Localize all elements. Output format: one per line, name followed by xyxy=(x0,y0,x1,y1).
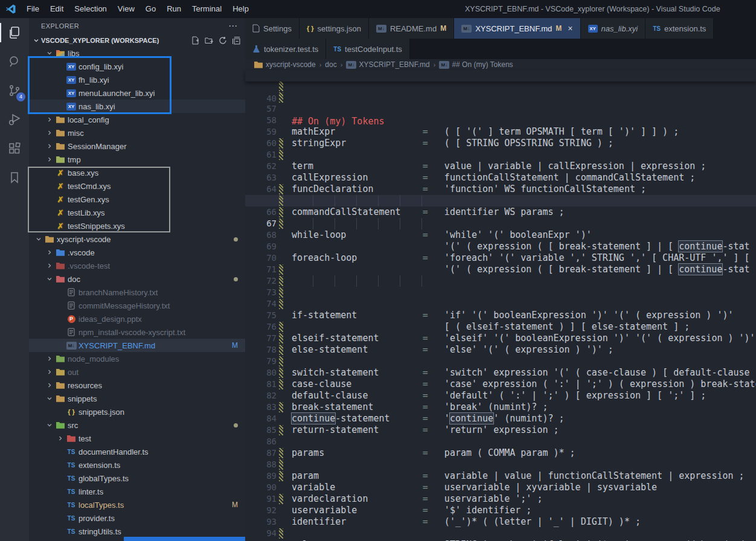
activitybar-source-control[interactable]: 4 xyxy=(0,76,29,105)
code-line-88[interactable]: 88 variable = uservariable | xyvariable … xyxy=(245,436,756,447)
tree-item-testSnippets.xys[interactable]: ✗ testSnippets.xys xyxy=(29,219,245,232)
code-line-58[interactable]: 58 stringExpr = ( [ STRING OPSSTRING STR… xyxy=(245,92,756,103)
tree-item-globalTypes.ts[interactable]: TS globalTypes.ts xyxy=(29,472,245,485)
tree-item-.vscode-test[interactable]: .vscode-test xyxy=(29,259,245,272)
menu-view[interactable]: View xyxy=(112,0,140,18)
tree-item-extension.ts[interactable]: TS extension.ts xyxy=(29,458,245,472)
tab-XYSCRIPT_EBNF.md[interactable]: M↓XYSCRIPT_EBNF.md M × xyxy=(454,18,580,39)
collapse-folders-icon[interactable] xyxy=(232,36,240,45)
menu-selection[interactable]: Selection xyxy=(69,0,112,18)
refresh-explorer-icon[interactable] xyxy=(219,36,227,45)
code-line-61[interactable]: 61 callExpression = functionCallStatemen… xyxy=(245,126,756,138)
tree-item-tmp[interactable]: tmp xyxy=(29,153,245,166)
tree-item-snippets[interactable]: snippets xyxy=(29,392,245,405)
breadcrumb-item[interactable]: doc xyxy=(325,60,336,69)
tree-item-libs[interactable]: libs xyxy=(29,46,245,60)
code-line-70[interactable]: 70 xyxy=(245,229,756,241)
tree-item-config_lib.xyi[interactable]: XY config_lib.xyi xyxy=(29,60,245,73)
code-line-63[interactable]: 63 functionCallStatement = identifier '(… xyxy=(245,149,756,161)
tab-settings.json[interactable]: { }settings.json xyxy=(300,18,369,39)
sticky-scroll-line[interactable]: 40 ## On (my) Tokens xyxy=(245,70,756,82)
tree-item-fh_lib.xyi[interactable]: XY fh_lib.xyi xyxy=(29,73,245,86)
code-line-66[interactable]: 66 while-loop = 'while' '(' booleanExpr … xyxy=(245,184,756,195)
code-line-75[interactable]: 75 elseif-statement = 'elseif' '(' boole… xyxy=(245,287,756,298)
menu-go[interactable]: Go xyxy=(140,0,161,18)
tree-item-testCmd.xys[interactable]: ✗ testCmd.xys xyxy=(29,179,245,193)
tree-item-XYSCRIPT_EBNF.md[interactable]: M↓ XYSCRIPT_EBNF.mdM xyxy=(29,339,245,352)
code-line-62[interactable]: 62 funcDeclaration = 'function' WS funct… xyxy=(245,138,756,149)
breadcrumb-item[interactable]: M↓XYSCRIPT_EBNF.md xyxy=(346,60,429,69)
code-line-82[interactable]: 82 continue-statement = 'continue' (numi… xyxy=(245,367,756,379)
tree-item-linter.ts[interactable]: TS linter.ts xyxy=(29,485,245,498)
close-icon[interactable]: × xyxy=(568,24,572,33)
tree-item-branchNameHistory.txt[interactable]: branchNameHistory.txt xyxy=(29,286,245,299)
tree-item-misc[interactable]: misc xyxy=(29,126,245,139)
tree-item-doc[interactable]: doc xyxy=(29,272,245,286)
tree-item-local_config[interactable]: local_config xyxy=(29,113,245,126)
code-line-80[interactable]: 80 default-clause = 'default' ( ':' | ';… xyxy=(245,344,756,356)
activitybar-extensions[interactable] xyxy=(0,134,29,163)
code-line-85[interactable]: 85 params = param ( COMMA param )* ; xyxy=(245,402,756,413)
code-line-83[interactable]: 83 return-statement = 'return' expressio… xyxy=(245,379,756,390)
activitybar-search[interactable] xyxy=(0,47,29,76)
tree-item-xyscript-vscode[interactable]: xyscript-vscode xyxy=(29,232,245,246)
code-line-89[interactable]: 89 vardeclaration = uservariable ';' ; xyxy=(245,447,756,459)
code-line-57[interactable]: 57 mathExpr = ( [ '(' ] term OPSMATH [ t… xyxy=(245,80,756,92)
views-more-actions-icon[interactable]: ⋯ xyxy=(228,21,238,31)
tree-item-menuLauncher_lib.xyi[interactable]: XY menuLauncher_lib.xyi xyxy=(29,86,245,100)
tree-item-commitMessageHistory.txt[interactable]: commitMessageHistory.txt xyxy=(29,299,245,312)
tree-item-stringUtils.ts[interactable]: TS stringUtils.ts xyxy=(29,525,245,538)
menu-help[interactable]: Help xyxy=(227,0,254,18)
tree-item-src[interactable]: src xyxy=(29,418,245,432)
tree-item-resources[interactable]: resources xyxy=(29,379,245,392)
tab-nas_lib.xyi[interactable]: XYnas_lib.xyi xyxy=(581,18,646,39)
code-line-73[interactable]: 73 if-statement = 'if' '(' booleanExpres… xyxy=(245,264,756,275)
code-line-90[interactable]: 90 uservariable = '$' identifier ; xyxy=(245,459,756,470)
code-line-64[interactable]: 64 commandCallStatement = identifier WS … xyxy=(245,161,756,172)
menu-terminal[interactable]: Terminal xyxy=(187,0,227,18)
code-line-81[interactable]: 81 break-statement = 'break' (numint)? ; xyxy=(245,356,756,367)
tab-extension.ts[interactable]: TSextension.ts xyxy=(645,18,714,39)
menu-file[interactable]: File xyxy=(21,0,45,18)
activitybar-run-debug[interactable] xyxy=(0,105,29,134)
tab-Settings[interactable]: Settings xyxy=(245,18,300,39)
code-line-93[interactable]: 93 value = STRING | number | 'false' | '… xyxy=(245,493,756,505)
tree-item-SessionManager[interactable]: SessionManager xyxy=(29,139,245,153)
menu-run[interactable]: Run xyxy=(161,0,187,18)
code-line-95[interactable]: 95 number = numbin | numfloat | numhex |… xyxy=(245,516,756,528)
code-line-78[interactable]: 78 switch-statement = 'switch' expressio… xyxy=(245,321,756,333)
code-line-59[interactable]: 59 xyxy=(245,103,756,115)
tree-item-localTypes.ts[interactable]: TS localTypes.tsM xyxy=(29,498,245,511)
code-line-74[interactable]: 74 [ ( elseif-statement ) ] [ else-state… xyxy=(245,275,756,287)
tree-item-nas_lib.xyi[interactable]: XY nas_lib.xyi xyxy=(29,100,245,113)
menu-edit[interactable]: Edit xyxy=(45,0,69,18)
activitybar-explorer[interactable] xyxy=(0,18,29,47)
new-folder-icon[interactable] xyxy=(205,36,214,45)
code-line-72[interactable]: 72 xyxy=(245,252,756,264)
breadcrumb-item[interactable]: xyscript-vscode xyxy=(254,60,316,69)
tree-item-test[interactable]: test xyxy=(29,432,245,445)
tree-item-base.xys[interactable]: ✗ base.xys xyxy=(29,166,245,179)
code-line-94[interactable]: 94 letter = LOWER-LETTER | UPPER-LETTER … xyxy=(245,505,756,516)
tree-item-out[interactable]: out xyxy=(29,365,245,379)
tree-item-documentHandler.ts[interactable]: TS documentHandler.ts xyxy=(29,445,245,458)
code-line-69[interactable]: 69 '(' ( expression ( [ break-statement … xyxy=(245,218,756,229)
editor-pane[interactable]: 57 mathExpr = ( [ '(' ] term OPSMATH [ t… xyxy=(245,70,756,541)
tree-item-.vscode[interactable]: .vscode xyxy=(29,246,245,259)
workspace-section-header[interactable]: VSCODE_XYPLORER (WORKSPACE) xyxy=(29,34,245,47)
code-line-91[interactable]: 91 identifier = ('_')* ( (letter | '_' |… xyxy=(245,470,756,482)
tree-item-npm_install-vscode-xyscript.txt[interactable]: npm_install-vscode-xyscript.txt xyxy=(29,325,245,339)
code-line-77[interactable]: 77 xyxy=(245,310,756,321)
tab-testCodeInput.ts[interactable]: TStestCodeInput.ts xyxy=(326,39,409,59)
code-line-87[interactable]: 87 param = variable | value | functionCa… xyxy=(245,424,756,436)
code-line-96[interactable]: 96 numbin = ZERO 'b' ('0' | '1')(1,32)) … xyxy=(245,528,756,539)
code-line-65[interactable]: 65 xyxy=(245,172,756,184)
activitybar-bookmarks[interactable] xyxy=(0,163,29,192)
tree-item-testGen.xys[interactable]: ✗ testGen.xys xyxy=(29,193,245,206)
code-line-67[interactable]: 67 '(' ( expression ( [ break-statement … xyxy=(245,195,756,206)
tree-item-provider.ts[interactable]: TS provider.ts xyxy=(29,511,245,525)
code-line-79[interactable]: 79 case-clause = 'case' expression ( ':'… xyxy=(245,333,756,344)
tree-item-snippets.json[interactable]: { } snippets.json xyxy=(29,405,245,418)
tab-README.md[interactable]: M↓README.md M xyxy=(369,18,454,39)
tree-item-testLib.xys[interactable]: ✗ testLib.xys xyxy=(29,206,245,219)
